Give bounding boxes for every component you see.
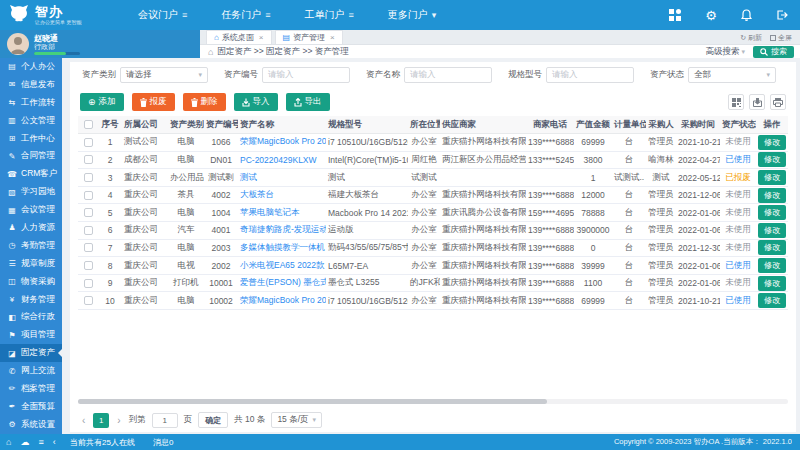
sidebar-item-0[interactable]: ▤个人办公 bbox=[0, 58, 62, 76]
sidebar-item-7[interactable]: ▧学习园地 bbox=[0, 183, 62, 201]
scrollbar-thumb[interactable] bbox=[78, 399, 547, 404]
row-checkbox[interactable] bbox=[84, 243, 93, 252]
row-checkbox[interactable] bbox=[84, 208, 93, 217]
modify-button[interactable]: 修改 bbox=[758, 223, 786, 238]
refresh-button[interactable]: ↻刷新 bbox=[740, 33, 762, 43]
modify-button[interactable]: 修改 bbox=[758, 276, 786, 291]
search-button[interactable]: 搜索 bbox=[753, 46, 794, 58]
current-page[interactable]: 1 bbox=[93, 413, 109, 428]
tab-asset-management[interactable]: ▤ 资产管理 × bbox=[275, 30, 343, 44]
archive-icon[interactable] bbox=[749, 94, 765, 110]
sidebar-item-5[interactable]: ✎合同管理 bbox=[0, 147, 62, 165]
asset-name-link[interactable]: 苹果电脑笔记本 bbox=[240, 207, 300, 217]
sidebar-item-1[interactable]: ✉信息发布 bbox=[0, 76, 62, 94]
asset-name-link[interactable]: PC-20220429KLXW bbox=[240, 155, 317, 165]
asset-name-link[interactable]: 大板茶台 bbox=[240, 189, 274, 199]
notification-bell-icon[interactable] bbox=[741, 9, 752, 21]
sidebar-item-16[interactable]: ◪固定资产 bbox=[0, 344, 62, 362]
filter-input-1[interactable]: 请输入 bbox=[262, 67, 350, 83]
select-all-checkbox[interactable] bbox=[84, 120, 93, 129]
modify-button[interactable]: 修改 bbox=[758, 240, 786, 255]
add-button[interactable]: ⊕添加 bbox=[80, 93, 124, 111]
filter-select-4[interactable]: 全部▾ bbox=[688, 67, 776, 83]
sidebar-item-8[interactable]: ▦会议管理 bbox=[0, 201, 62, 219]
row-checkbox[interactable] bbox=[84, 296, 93, 305]
asset-name-link[interactable]: 奇瑞捷豹路虎-发现运动版 bbox=[240, 224, 326, 234]
logout-icon[interactable] bbox=[776, 9, 788, 21]
scrap-button[interactable]: 报废 bbox=[132, 93, 175, 111]
modify-button[interactable]: 修改 bbox=[758, 258, 786, 273]
sidebar-item-4[interactable]: ⊞工作中心 bbox=[0, 130, 62, 148]
sidebar-menu: ▤个人办公✉信息发布⇆工作流转▥公文管理⊞工作中心✎合同管理☎CRM客户▧学习园… bbox=[0, 58, 62, 434]
sidebar-item-15[interactable]: ⚑项目管理 bbox=[0, 326, 62, 344]
settings-gear-icon[interactable]: ⚙ bbox=[705, 9, 717, 22]
row-checkbox[interactable] bbox=[84, 173, 93, 182]
collapse-icon[interactable]: ‹ bbox=[53, 438, 56, 447]
delete-button[interactable]: 删除 bbox=[183, 93, 226, 111]
topnav-menu-2[interactable]: 工单门户≡ bbox=[305, 8, 354, 22]
export-button[interactable]: 导出 bbox=[286, 93, 330, 111]
sidebar-item-14[interactable]: ◧综合行政 bbox=[0, 308, 62, 326]
asset-name-link[interactable]: 荣耀MagicBook Pro 2020款 bbox=[240, 136, 326, 146]
home-icon[interactable]: ⌂ bbox=[6, 438, 11, 447]
messages-label[interactable]: 消息0 bbox=[153, 437, 173, 448]
asset-name-link[interactable]: 荣耀MagicBook Pro 2020款 bbox=[240, 295, 326, 305]
sidebar-item-6[interactable]: ☎CRM客户 bbox=[0, 165, 62, 183]
qr-code-icon[interactable] bbox=[728, 94, 744, 110]
cell-index: 9 bbox=[98, 274, 122, 292]
sidebar-item-20[interactable]: ⚙系统设置 bbox=[0, 416, 62, 434]
topnav-menu-3[interactable]: 更多门户▾ bbox=[388, 8, 437, 22]
close-icon[interactable]: × bbox=[259, 33, 264, 42]
sidebar-item-13[interactable]: ¥财务管理 bbox=[0, 291, 62, 309]
asset-name-link[interactable]: 测试 bbox=[240, 172, 257, 182]
sidebar-item-12[interactable]: ◫物资采购 bbox=[0, 273, 62, 291]
filter-input-3[interactable]: 请输入 bbox=[546, 67, 634, 83]
sidebar-item-11[interactable]: ☰规章制度 bbox=[0, 255, 62, 273]
filter-select-0[interactable]: 请选择▾ bbox=[120, 67, 208, 83]
next-page-icon[interactable]: › bbox=[115, 415, 122, 426]
cloud-icon[interactable]: ☁ bbox=[20, 438, 29, 447]
sidebar-item-2[interactable]: ⇆工作流转 bbox=[0, 94, 62, 112]
prev-page-icon[interactable]: ‹ bbox=[80, 415, 87, 426]
close-icon[interactable]: × bbox=[330, 33, 335, 42]
topnav-menu-1[interactable]: 任务门户≡ bbox=[221, 8, 270, 22]
modify-button[interactable]: 修改 bbox=[758, 293, 786, 308]
topnav-menu-0[interactable]: 会议门户≡ bbox=[138, 8, 187, 22]
fullscreen-button[interactable]: 全屏 bbox=[770, 33, 792, 43]
sidebar-item-10[interactable]: ◷考勤管理 bbox=[0, 237, 62, 255]
modify-button[interactable]: 修改 bbox=[758, 188, 786, 203]
horizontal-scrollbar[interactable] bbox=[78, 399, 788, 404]
tab-system-desktop[interactable]: ⌂ 系统桌面 × bbox=[206, 30, 272, 44]
row-checkbox[interactable] bbox=[84, 155, 93, 164]
row-checkbox[interactable] bbox=[84, 138, 93, 147]
user-avatar[interactable] bbox=[7, 33, 29, 55]
sidebar-item-18[interactable]: ✏档案管理 bbox=[0, 380, 62, 398]
sidebar-item-17[interactable]: ✆网上交流 bbox=[0, 362, 62, 380]
modify-button[interactable]: 修改 bbox=[758, 205, 786, 220]
row-checkbox-cell bbox=[78, 292, 98, 310]
row-checkbox[interactable] bbox=[84, 226, 93, 235]
goto-confirm-button[interactable]: 确定 bbox=[198, 412, 228, 428]
goto-page-input[interactable] bbox=[152, 413, 178, 428]
page-size-select[interactable]: 15 条/页▾ bbox=[271, 412, 322, 428]
row-checkbox[interactable] bbox=[84, 191, 93, 200]
import-button[interactable]: 导入 bbox=[234, 93, 278, 111]
asset-name-link[interactable]: 多媒体触摸教学一体机 bbox=[240, 242, 325, 252]
asset-name-link[interactable]: 小米电视EA65 2022款 65英寸 bbox=[240, 260, 326, 270]
printer-icon[interactable] bbox=[770, 94, 786, 110]
menu-icon[interactable]: ≡ bbox=[38, 438, 43, 447]
apps-grid-icon[interactable] bbox=[669, 9, 681, 21]
sidebar-item-19[interactable]: ✒全面预算 bbox=[0, 398, 62, 416]
sidebar-item-3[interactable]: ▥公文管理 bbox=[0, 112, 62, 130]
filter-0: 资产类别请选择▾ bbox=[82, 67, 208, 83]
modify-button[interactable]: 修改 bbox=[758, 135, 786, 150]
modify-button[interactable]: 修改 bbox=[758, 152, 786, 167]
sidebar-item-9[interactable]: ♟人力资源 bbox=[0, 219, 62, 237]
modify-button[interactable]: 修改 bbox=[758, 170, 786, 185]
row-checkbox[interactable] bbox=[84, 279, 93, 288]
filter-input-2[interactable]: 请输入 bbox=[404, 67, 492, 83]
asset-name-link[interactable]: 爱普生(EPSON) 墨仓式 bbox=[240, 277, 326, 287]
row-checkbox[interactable] bbox=[84, 261, 93, 270]
advanced-search-toggle[interactable]: 高级搜索▾ bbox=[705, 46, 745, 58]
filter-label: 资产状态 bbox=[650, 69, 684, 81]
